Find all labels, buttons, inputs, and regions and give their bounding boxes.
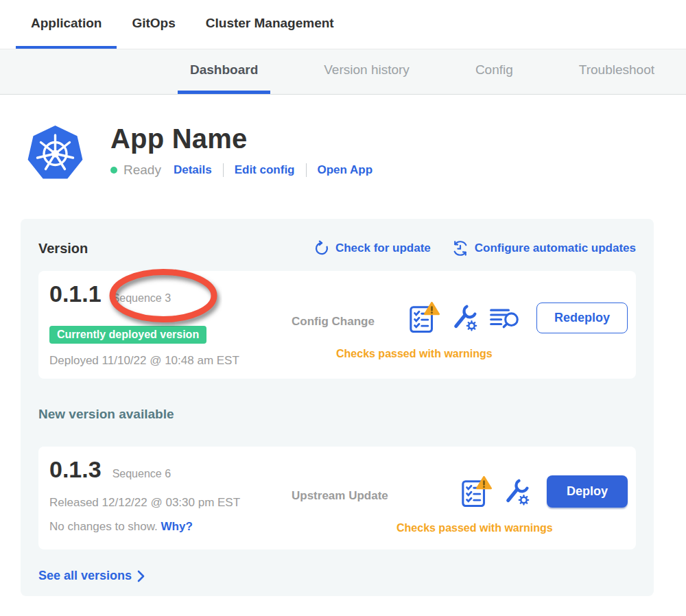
open-app-link[interactable]: Open App bbox=[318, 163, 373, 177]
preflight-warning-text: Checks passed with warnings bbox=[336, 348, 493, 360]
tab-troubleshoot[interactable]: Troubleshoot bbox=[567, 49, 667, 94]
edit-config-link[interactable]: Edit config bbox=[235, 163, 295, 177]
available-sequence-label: Sequence 6 bbox=[113, 468, 171, 480]
available-version-card: 0.1.3 Sequence 6 Released 12/12/22 @ 03:… bbox=[38, 447, 636, 549]
app-header: App Name Ready Details Edit config Open … bbox=[26, 123, 686, 185]
see-all-versions-link[interactable]: See all versions bbox=[38, 569, 636, 583]
check-for-update-button[interactable]: Check for update bbox=[314, 240, 431, 257]
configure-automatic-updates-button[interactable]: Configure automatic updates bbox=[451, 239, 636, 257]
released-timestamp: Released 12/12/22 @ 03:30 pm EST bbox=[49, 496, 240, 510]
config-wrench-icon[interactable] bbox=[450, 303, 479, 332]
no-changes-label: No changes to show. bbox=[49, 520, 158, 533]
version-section-title: Version bbox=[38, 241, 88, 257]
tab-application[interactable]: Application bbox=[16, 0, 117, 49]
new-version-heading: New version available bbox=[38, 407, 636, 422]
tab-gitops[interactable]: GitOps bbox=[117, 0, 190, 49]
tab-cluster-management[interactable]: Cluster Management bbox=[191, 0, 349, 49]
app-sub-navigation: Dashboard Version history Config Trouble… bbox=[0, 49, 686, 95]
current-sequence-label: Sequence 3 bbox=[113, 292, 171, 305]
page-title: App Name bbox=[110, 123, 372, 154]
version-section: Version Check for update bbox=[21, 219, 654, 596]
see-all-versions-label: See all versions bbox=[38, 569, 132, 583]
preflight-warning-text: Checks passed with warnings bbox=[397, 522, 553, 534]
kubernetes-logo bbox=[26, 123, 84, 185]
no-changes-text: No changes to show. Why? bbox=[49, 520, 193, 534]
current-version-card: 0.1.1 Sequence 3 Currently deployed vers… bbox=[38, 271, 636, 379]
preflight-checks-icon[interactable] bbox=[460, 476, 492, 508]
status-ready-dot bbox=[110, 167, 117, 174]
tab-config[interactable]: Config bbox=[463, 49, 525, 94]
version-source-label: Config Change bbox=[292, 315, 375, 329]
divider bbox=[223, 163, 224, 177]
current-version-number: 0.1.1 bbox=[49, 281, 102, 307]
divider bbox=[306, 163, 307, 177]
config-wrench-icon[interactable] bbox=[502, 477, 531, 506]
check-for-update-label: Check for update bbox=[335, 241, 431, 255]
deploy-button[interactable]: Deploy bbox=[547, 475, 628, 508]
redeploy-button[interactable]: Redeploy bbox=[536, 303, 628, 333]
deployed-status-badge: Currently deployed version bbox=[49, 326, 206, 344]
tab-dashboard[interactable]: Dashboard bbox=[178, 49, 270, 94]
configure-automatic-updates-label: Configure automatic updates bbox=[475, 241, 636, 255]
view-diff-icon[interactable] bbox=[489, 305, 521, 331]
status-text: Ready bbox=[123, 163, 161, 178]
available-version-number: 0.1.3 bbox=[49, 456, 102, 483]
deployed-timestamp: Deployed 11/10/22 @ 10:48 am EST bbox=[49, 354, 239, 368]
tab-version-history[interactable]: Version history bbox=[311, 49, 422, 94]
top-navigation: Application GitOps Cluster Management bbox=[0, 0, 686, 49]
version-source-label: Upstream Update bbox=[292, 489, 388, 503]
chevron-right-icon bbox=[137, 570, 145, 582]
preflight-checks-icon[interactable] bbox=[408, 302, 440, 333]
why-link[interactable]: Why? bbox=[161, 520, 193, 533]
refresh-icon bbox=[314, 240, 330, 257]
schedule-icon bbox=[451, 239, 469, 257]
details-link[interactable]: Details bbox=[174, 163, 212, 177]
